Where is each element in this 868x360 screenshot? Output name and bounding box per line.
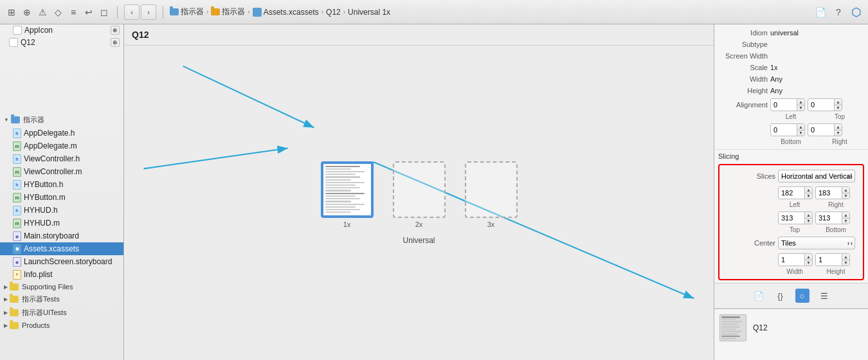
rp-step-down-2[interactable]: ▼ [835, 105, 842, 111]
sidebar-item-main-storyboard[interactable]: ◼ Main.storyboard [0, 230, 123, 242]
rp-align-right2-field[interactable] [808, 124, 834, 136]
asset-slot-1x[interactable]: 1x [321, 161, 374, 228]
sidebar-item-hybutton-m[interactable]: m HYButton.m [0, 191, 123, 204]
rp-bottom-field[interactable] [816, 212, 842, 224]
square-icon[interactable]: ◻ [98, 6, 111, 19]
inspector-tab-file[interactable]: 📄 [752, 289, 766, 303]
warning-icon[interactable]: ⚠ [36, 6, 49, 19]
sidebar-products-label: Products [22, 321, 50, 329]
rp-width-up[interactable]: ▲ [805, 254, 812, 260]
sidebar-group-supporting[interactable]: ▶ Supporting Files [0, 281, 123, 292]
sidebar-item-launchscreen[interactable]: ◼ LaunchScreen.storyboard [0, 255, 123, 268]
blue-icon[interactable]: ⬡ [850, 6, 863, 19]
rp-height-down[interactable]: ▼ [842, 260, 849, 266]
rp-slices-select-wrapper[interactable]: Horizontal and Vertical [778, 170, 855, 183]
asset-slot-2x[interactable]: 2x [393, 161, 446, 228]
diamond-icon[interactable]: ◇ [51, 6, 64, 19]
asset-slot-3x[interactable]: 3x [465, 161, 518, 228]
inspector-tab-table[interactable]: ☰ [817, 289, 831, 303]
slot-box-1x[interactable] [321, 161, 374, 218]
rp-bottom-down[interactable]: ▼ [842, 219, 849, 224]
appicon-action-icon[interactable]: ⊕ [111, 26, 120, 35]
sidebar-item-appdelegate-h[interactable]: h AppDelegate.h [0, 127, 123, 140]
sidebar-item-appicon[interactable]: AppIcon ⊕ [0, 24, 123, 36]
q12-action-icon[interactable]: ⊕ [111, 38, 120, 47]
rp-center-select[interactable]: Tiles [778, 237, 855, 249]
doc-line [325, 179, 352, 181]
sidebar-item-viewcontroller-m[interactable]: m ViewController.m [0, 165, 123, 178]
rp-align-bottom-input[interactable]: ▲ ▼ [770, 123, 805, 136]
rp-center-select-wrapper[interactable]: Tiles [778, 237, 855, 249]
list-icon[interactable]: ≡ [67, 6, 80, 19]
rp-top-input[interactable]: ▲ ▼ [778, 212, 813, 224]
rp-bottom-input[interactable]: ▲ ▼ [815, 212, 850, 224]
rp-step-down-3[interactable]: ▼ [797, 130, 804, 136]
inspector-tab-circle[interactable]: ○ [795, 289, 809, 303]
rp-align-right-input[interactable]: ▲ ▼ [808, 98, 842, 111]
undo-icon[interactable]: ↩ [82, 6, 95, 19]
rp-left-field[interactable] [779, 187, 804, 199]
sidebar-group-products[interactable]: ▶ Products [0, 320, 123, 331]
center-body: 1x 2x 3x Universal [124, 46, 714, 360]
rp-step-down[interactable]: ▼ [797, 105, 804, 111]
rp-width-down[interactable]: ▼ [805, 260, 812, 266]
sidebar-group-uitests[interactable]: ▶ 指示器UITests [0, 306, 123, 320]
add-icon[interactable]: ⊕ [21, 6, 33, 19]
breadcrumb-item-1[interactable]: 指示器 [170, 6, 204, 17]
grid-icon[interactable]: ⊞ [5, 6, 18, 19]
slot-box-3x[interactable] [465, 161, 518, 218]
rp-step-up-3[interactable]: ▲ [797, 124, 804, 130]
breadcrumb-item-3[interactable]: Assets.xcassets [253, 8, 319, 17]
sidebar-group-main[interactable]: ▼ 指示器 [0, 113, 123, 127]
slot-box-2x[interactable] [393, 161, 446, 218]
sidebar-item-hybutton-h[interactable]: h HYButton.h [0, 178, 123, 191]
rp-align-right-field[interactable] [808, 99, 834, 111]
rp-step-up-2[interactable]: ▲ [835, 99, 842, 105]
asset-group-label: Universal [402, 236, 435, 245]
rp-width-input[interactable]: ▲ ▼ [778, 253, 813, 266]
rp-left-input[interactable]: ▲ ▼ [778, 186, 813, 199]
sidebar-item-info-plist[interactable]: P Info.plist [0, 268, 123, 281]
nav-forward-button[interactable]: › [141, 4, 156, 20]
rp-top-down[interactable]: ▼ [805, 219, 812, 224]
help-icon[interactable]: ? [832, 6, 845, 19]
rp-step-up-4[interactable]: ▲ [835, 124, 842, 130]
rp-align-right2-input[interactable]: ▲ ▼ [808, 123, 842, 136]
folder-blue-icon [170, 8, 179, 15]
rp-top-field[interactable] [779, 212, 804, 224]
sidebar-item-appdelegate-m[interactable]: m AppDelegate.m [0, 140, 123, 152]
triangle-icon-5: ▶ [4, 323, 8, 328]
file-icon-toolbar[interactable]: 📄 [814, 6, 827, 19]
rp-align-left-input[interactable]: ▲ ▼ [770, 98, 805, 111]
rp-step-up[interactable]: ▲ [797, 99, 804, 105]
breadcrumb-item-2[interactable]: 指示器 [211, 6, 245, 17]
breadcrumb-item-4[interactable]: Q12 [326, 8, 341, 17]
breadcrumb-item-5[interactable]: Universal 1x [348, 8, 390, 17]
inspector-tab-code[interactable]: {} [773, 289, 788, 303]
rp-right-down[interactable]: ▼ [842, 194, 849, 199]
rp-height-input[interactable]: ▲ ▼ [815, 253, 850, 266]
rp-height-up[interactable]: ▲ [842, 254, 849, 260]
sidebar-item-viewcontroller-h[interactable]: h ViewController.h [0, 152, 123, 165]
rp-left-up[interactable]: ▲ [805, 187, 812, 194]
rp-height-field[interactable] [816, 254, 842, 266]
rp-step-down-4[interactable]: ▼ [835, 130, 842, 136]
rp-height-label: Height [719, 87, 768, 94]
rp-top-up[interactable]: ▲ [805, 212, 812, 219]
plist-icon: P [13, 270, 21, 280]
sidebar-item-hyhud-h[interactable]: h HYHUD.h [0, 204, 123, 217]
sidebar-group-tests[interactable]: ▶ 指示器Tests [0, 292, 123, 306]
sidebar-item-hyhud-m[interactable]: m HYHUD.m [0, 217, 123, 230]
rp-left-down[interactable]: ▼ [805, 194, 812, 199]
sidebar-item-q12[interactable]: Q12 ⊕ [0, 36, 123, 49]
nav-back-button[interactable]: ‹ [124, 4, 140, 20]
rp-bottom-up[interactable]: ▲ [842, 212, 849, 219]
rp-right-field[interactable] [816, 187, 842, 199]
rp-right-input[interactable]: ▲ ▼ [815, 186, 850, 199]
rp-slices-select[interactable]: Horizontal and Vertical [778, 170, 855, 183]
rp-align-bottom-field[interactable] [771, 124, 797, 136]
rp-align-left-field[interactable] [771, 99, 797, 111]
sidebar-item-assets[interactable]: ◼ Assets.xcassets [0, 242, 123, 255]
rp-right-up[interactable]: ▲ [842, 187, 849, 194]
rp-width-field[interactable] [779, 254, 804, 266]
